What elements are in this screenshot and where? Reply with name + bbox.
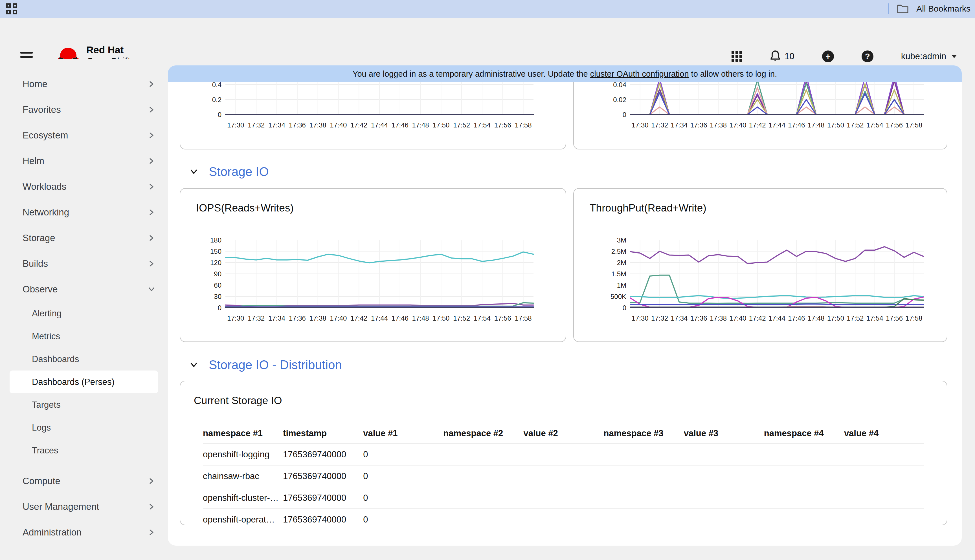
masthead: Red Hat OpenShift 10 + ? kube:admin: [0, 18, 975, 58]
svg-text:2M: 2M: [617, 259, 626, 267]
sidebar-item-ecosystem[interactable]: Ecosystem: [0, 122, 168, 148]
svg-text:17:44: 17:44: [768, 121, 785, 129]
svg-text:60: 60: [214, 282, 222, 289]
notifications-button[interactable]: 10: [770, 50, 794, 62]
svg-text:17:56: 17:56: [494, 121, 511, 129]
svg-text:90: 90: [214, 270, 222, 278]
sidebar-item-home[interactable]: Home: [0, 71, 168, 97]
svg-text:150: 150: [210, 248, 222, 255]
svg-text:17:46: 17:46: [788, 121, 805, 129]
svg-text:17:32: 17:32: [651, 314, 668, 322]
caret-down-icon: [951, 55, 957, 58]
sidebar-item-label: User Management: [23, 502, 99, 512]
sidebar-item-label: Alerting: [32, 308, 62, 318]
sidebar-item-label: Dashboards (Perses): [32, 377, 115, 387]
svg-text:17:52: 17:52: [453, 314, 470, 322]
app-launcher-icon[interactable]: [731, 51, 742, 62]
svg-text:17:42: 17:42: [749, 121, 766, 129]
svg-text:30: 30: [214, 293, 222, 300]
sidebar-item-user-management[interactable]: User Management: [0, 494, 168, 519]
question-icon: ?: [865, 52, 870, 61]
cell-namespace-1: openshift-cluster-…: [203, 493, 283, 503]
section-title-storage-io: Storage IO: [209, 165, 269, 179]
svg-text:17:32: 17:32: [248, 121, 265, 129]
help-button[interactable]: ?: [861, 50, 873, 62]
svg-text:17:56: 17:56: [886, 121, 903, 129]
notification-count: 10: [785, 51, 794, 62]
chevron-right-icon: [148, 209, 155, 216]
svg-text:17:34: 17:34: [268, 314, 285, 322]
chevron-right-icon: [148, 260, 155, 267]
banner-text-pre: You are logged in as a temporary adminis…: [353, 69, 590, 78]
svg-text:17:46: 17:46: [392, 121, 409, 129]
sidebar-item-observe[interactable]: Observe: [0, 276, 168, 302]
table-row: openshift-logging 1765369740000 0: [203, 443, 924, 465]
sidebar-item-label: Ecosystem: [23, 130, 68, 141]
svg-text:17:54: 17:54: [866, 314, 883, 322]
brand-line-1: Red Hat: [86, 44, 130, 55]
cell-value-1: 0: [363, 515, 443, 525]
sidebar-item-logs[interactable]: Logs: [10, 416, 158, 439]
sidebar-item-administration[interactable]: Administration: [0, 519, 168, 545]
chevron-down-icon: [190, 361, 198, 369]
storage-io-table: namespace #1 timestamp value #1 namespac…: [203, 423, 924, 530]
cell-timestamp: 1765369740000: [283, 493, 363, 503]
col-header: value #2: [523, 428, 603, 438]
sidebar-item-favorites[interactable]: Favorites: [0, 97, 168, 122]
svg-text:0.02: 0.02: [613, 96, 626, 103]
section-title-distribution: Storage IO - Distribution: [209, 358, 342, 372]
svg-text:17:36: 17:36: [690, 121, 707, 129]
sidebar-item-dashboards[interactable]: Dashboards: [10, 348, 158, 370]
svg-text:0: 0: [623, 304, 626, 312]
svg-text:1M: 1M: [617, 282, 626, 289]
iops-chart-title: IOPS(Reads+Writes): [196, 202, 294, 214]
sidebar-item-storage[interactable]: Storage: [0, 225, 168, 251]
sidebar-item-workloads[interactable]: Workloads: [0, 174, 168, 199]
sidebar-item-compute[interactable]: Compute: [0, 468, 168, 494]
sidebar-item-builds[interactable]: Builds: [0, 251, 168, 276]
chevron-right-icon: [148, 157, 155, 165]
svg-text:17:48: 17:48: [808, 314, 825, 322]
svg-text:17:38: 17:38: [710, 314, 727, 322]
sidebar-item-networking[interactable]: Networking: [0, 199, 168, 225]
svg-text:17:48: 17:48: [412, 314, 429, 322]
chevron-right-icon: [148, 80, 155, 88]
sidebar-item-alerting[interactable]: Alerting: [10, 302, 158, 325]
bell-icon: [770, 50, 781, 62]
sidebar-item-targets[interactable]: Targets: [10, 393, 158, 416]
all-bookmarks-label: All Bookmarks: [916, 4, 970, 13]
banner-text-post: to allow others to log in.: [689, 69, 777, 78]
svg-text:17:56: 17:56: [494, 314, 511, 322]
sidebar-item-metrics[interactable]: Metrics: [10, 325, 158, 348]
section-distribution-toggle[interactable]: Storage IO - Distribution: [190, 358, 342, 372]
plus-icon: +: [825, 52, 831, 61]
bookmarks-separator: [888, 3, 889, 14]
sidebar-item-dashboards-perses[interactable]: Dashboards (Perses): [10, 370, 158, 393]
svg-text:17:42: 17:42: [351, 314, 367, 322]
sidebar-item-label: Networking: [23, 207, 69, 218]
svg-text:17:50: 17:50: [432, 314, 449, 322]
folder-icon: [897, 4, 909, 14]
cell-timestamp: 1765369740000: [283, 515, 363, 525]
import-yaml-button[interactable]: +: [822, 50, 834, 62]
chevron-right-icon: [148, 477, 155, 485]
svg-text:17:44: 17:44: [371, 121, 388, 129]
sidebar-item-traces[interactable]: Traces: [10, 439, 158, 462]
svg-text:17:56: 17:56: [886, 314, 903, 322]
sidebar-item-helm[interactable]: Helm: [0, 148, 168, 174]
svg-text:17:48: 17:48: [412, 121, 429, 129]
section-storage-io-toggle[interactable]: Storage IO: [190, 165, 269, 179]
all-bookmarks-button[interactable]: All Bookmarks: [888, 0, 970, 17]
sidebar-item-label: Metrics: [32, 331, 60, 342]
svg-text:17:32: 17:32: [248, 314, 265, 322]
svg-text:17:40: 17:40: [729, 121, 746, 129]
current-storage-io-card: Current Storage IO namespace #1 timestam…: [180, 381, 947, 525]
cluster-oauth-configuration-link[interactable]: cluster OAuth configuration: [590, 69, 689, 78]
cell-namespace-1: openshift-logging: [203, 450, 283, 460]
svg-text:500K: 500K: [611, 293, 626, 300]
sidebar-item-label: Home: [23, 79, 47, 89]
svg-text:17:38: 17:38: [309, 121, 326, 129]
tab-groups-icon[interactable]: [6, 3, 17, 15]
chevron-right-icon: [148, 106, 155, 113]
user-menu[interactable]: kube:admin: [901, 51, 957, 62]
